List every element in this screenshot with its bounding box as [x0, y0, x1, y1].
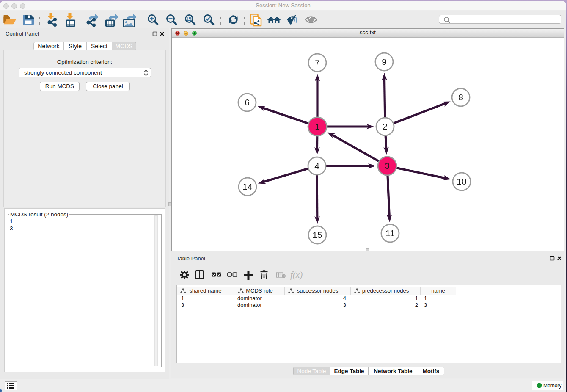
svg-text:14: 14	[242, 182, 253, 191]
svg-text:7: 7	[315, 58, 320, 67]
svg-text:4: 4	[314, 161, 319, 171]
svg-text:11: 11	[385, 228, 395, 238]
svg-text:15: 15	[312, 230, 322, 240]
svg-text:6: 6	[245, 97, 250, 107]
svg-text:1: 1	[315, 121, 320, 131]
svg-text:10: 10	[457, 177, 466, 186]
svg-text:2: 2	[383, 121, 388, 131]
svg-text:8: 8	[458, 92, 463, 102]
svg-text:3: 3	[385, 161, 390, 171]
svg-text:9: 9	[382, 57, 387, 66]
